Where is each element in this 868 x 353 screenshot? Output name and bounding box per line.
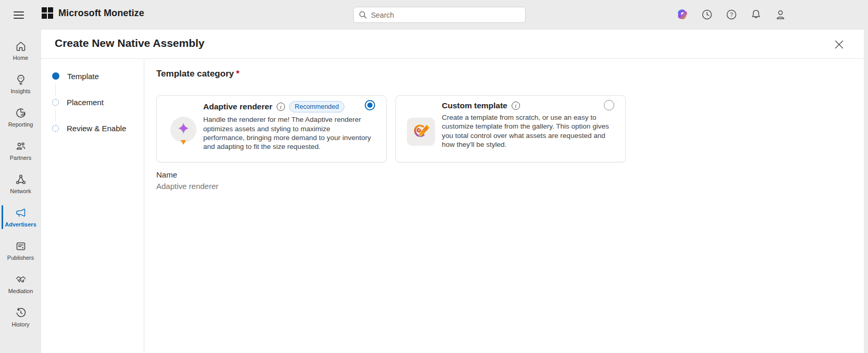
sidebar-item-label: Publishers [7,255,34,261]
top-bar: Microsoft Monetize [0,0,868,30]
close-button[interactable] [833,38,845,51]
sidebar-item-home[interactable]: Home [0,34,41,67]
dialog-header: Create New Native Assembly [41,30,864,59]
main-panel: Create New Native Assembly Template Plac… [41,30,864,353]
recommended-badge: Recommended [289,101,345,112]
sparkle-icon: ✦ [177,121,190,136]
option-title: Adaptive renderer [203,102,272,111]
section-title: Template category* [156,69,864,79]
notifications-button[interactable] [748,6,764,23]
step-placement[interactable]: Placement [52,97,104,107]
name-value: Adaptive renderer [156,182,864,191]
account-icon [774,8,787,21]
sidebar-item-publishers[interactable]: Publishers [0,234,41,267]
sidebar-item-label: Insights [11,88,31,94]
sidebar-item-label: Network [10,188,31,194]
sidebar-item-mediation[interactable]: Mediation [0,267,41,300]
partners-icon [15,140,27,153]
publishers-icon [15,240,27,253]
sidebar-item-history[interactable]: History [0,300,41,334]
brand-name: Microsoft Monetize [58,8,144,19]
microsoft-logo-icon [42,7,53,19]
custom-template-icon [407,118,435,146]
network-icon [15,173,27,186]
notifications-icon [750,8,762,21]
card-text: Adaptive renderer i Recommended Handle t… [203,96,386,152]
home-icon [15,40,27,53]
step-label: Review & Enable [67,124,126,133]
pen-swirl-icon [411,121,431,142]
svg-text:?: ? [730,11,733,18]
name-label: Name [156,170,864,179]
template-step-content: Template category* ✦ Adaptive renderer i… [145,59,864,353]
recent-activity-button[interactable] [699,6,715,23]
hamburger-icon [14,11,24,19]
sidebar-item-insights[interactable]: Insights [0,67,41,100]
search-icon [359,11,367,19]
topbar-actions: ? [674,6,789,23]
recent-activity-icon [701,8,713,21]
page-title: Create New Native Assembly [55,37,205,49]
copilot-button[interactable] [674,6,691,23]
section-title-text: Template category [156,69,234,79]
step-connector [55,109,56,122]
custom-template-radio[interactable] [604,100,614,110]
name-field: Name Adaptive renderer [156,170,864,191]
sidebar-nav: Home Insights Reporting Partners [0,30,41,353]
wizard-steps: Template Placement Review & Enable [41,59,144,353]
sidebar-item-partners[interactable]: Partners [0,134,41,167]
close-icon [835,40,844,49]
info-icon[interactable]: i [277,103,285,111]
template-category-options: ✦ Adaptive renderer i Recommended Handle… [156,95,864,162]
search-input[interactable] [371,11,520,19]
step-template[interactable]: Template [52,71,99,81]
copilot-icon [676,8,689,21]
sidebar-item-label: Advertisers [5,221,36,228]
option-description: Handle the renderer for me! The Adaptive… [203,115,373,152]
reporting-icon [15,107,27,119]
step-connector [55,83,56,96]
step-active-dot [52,72,59,80]
required-marker: * [236,69,240,79]
insights-icon [15,73,27,86]
sidebar-item-label: Mediation [8,288,33,294]
step-upcoming-dot [52,125,59,132]
step-upcoming-dot [52,99,59,106]
account-button[interactable] [772,6,789,23]
sidebar-item-label: Partners [10,155,32,161]
card-text: Custom template i Create a template from… [442,96,625,149]
help-icon: ? [725,8,738,21]
option-card-adaptive-renderer[interactable]: ✦ Adaptive renderer i Recommended Handle… [156,95,387,162]
step-review-enable[interactable]: Review & Enable [52,123,126,133]
sidebar-item-advertisers[interactable]: Advertisers [0,200,41,234]
global-search[interactable] [353,7,526,23]
adaptive-renderer-icon: ✦ [170,117,196,143]
option-description: Create a template from scratch, or use a… [442,113,619,149]
sidebar-item-label: History [11,321,29,327]
sidebar-item-reporting[interactable]: Reporting [0,100,41,134]
step-label: Placement [67,98,104,107]
option-title: Custom template [442,101,507,110]
adaptive-renderer-radio[interactable] [365,100,375,110]
mediation-icon [15,273,27,286]
brand: Microsoft Monetize [42,7,144,19]
advertisers-icon [15,207,27,219]
option-card-custom-template[interactable]: Custom template i Create a template from… [395,95,626,162]
sidebar-item-label: Reporting [8,121,33,128]
info-icon[interactable]: i [512,102,520,110]
help-button[interactable]: ? [723,6,740,23]
flame-icon [181,140,186,145]
sidebar-item-label: Home [13,55,28,61]
hamburger-menu-button[interactable] [11,8,26,22]
sidebar-item-network[interactable]: Network [0,167,41,200]
step-label: Template [67,72,99,81]
history-icon [15,307,27,319]
